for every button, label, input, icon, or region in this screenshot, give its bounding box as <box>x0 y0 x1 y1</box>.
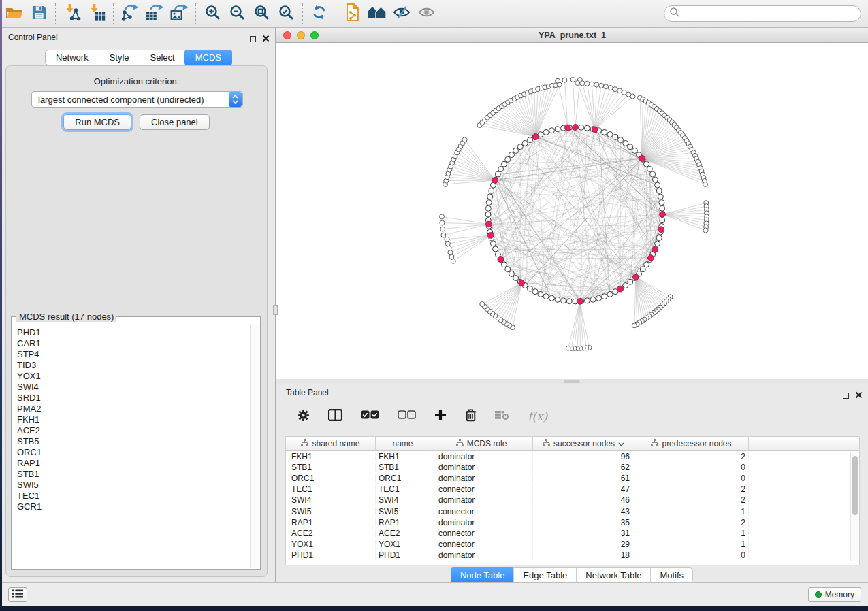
network-node[interactable] <box>522 140 528 146</box>
task-history-button[interactable] <box>8 587 27 602</box>
mcds-hub-node[interactable] <box>487 233 494 239</box>
network-node[interactable] <box>555 127 560 132</box>
table-row[interactable]: PHD1PHD1dominator180 <box>286 550 859 561</box>
float-panel-icon[interactable] <box>250 36 256 42</box>
table-scrollbar[interactable] <box>850 452 858 561</box>
mcds-result-item[interactable]: STB5 <box>17 436 249 447</box>
leaf-node[interactable] <box>617 88 622 93</box>
network-node[interactable] <box>632 148 637 153</box>
network-node[interactable] <box>505 267 511 272</box>
network-node[interactable] <box>628 279 633 284</box>
leaf-node[interactable] <box>594 82 599 87</box>
network-node[interactable] <box>486 200 492 205</box>
network-node[interactable] <box>584 298 590 303</box>
network-node[interactable] <box>489 188 494 193</box>
hide-selected-button[interactable] <box>389 2 414 25</box>
show-columns-icon[interactable] <box>328 409 342 424</box>
unselect-all-columns-icon[interactable] <box>398 410 416 423</box>
network-node[interactable] <box>517 144 523 150</box>
network-node[interactable] <box>498 166 504 171</box>
network-node[interactable] <box>555 297 560 302</box>
network-node[interactable] <box>602 294 607 299</box>
mcds-result-item[interactable]: SWI5 <box>17 480 249 491</box>
leaf-node[interactable] <box>562 78 567 82</box>
network-node[interactable] <box>513 148 519 153</box>
column-header-shared-name[interactable]: shared name <box>286 437 376 450</box>
table-row[interactable]: YOX1YOX1connector291 <box>286 539 859 550</box>
mcds-hub-node[interactable] <box>652 247 658 253</box>
network-node[interactable] <box>658 194 663 199</box>
network-node[interactable] <box>513 276 519 281</box>
network-node[interactable] <box>549 295 554 301</box>
mcds-hub-node[interactable] <box>647 255 654 261</box>
network-node[interactable] <box>501 262 507 267</box>
leaf-node[interactable] <box>570 78 575 82</box>
mcds-result-item[interactable]: FKH1 <box>17 414 249 425</box>
table-row[interactable]: SWI4SWI4dominator462 <box>286 495 859 506</box>
network-node[interactable] <box>628 144 633 150</box>
first-neighbors-button[interactable] <box>365 2 389 25</box>
leaf-node[interactable] <box>440 214 445 219</box>
divider-grip[interactable] <box>564 380 580 383</box>
network-node[interactable] <box>505 156 511 162</box>
column-header-mcds-role[interactable]: MCDS role <box>430 437 533 450</box>
panel-resize-grip[interactable] <box>273 305 278 315</box>
network-node[interactable] <box>538 291 543 297</box>
tab-network-table[interactable]: Network Table <box>576 568 650 582</box>
mcds-hub-node[interactable] <box>639 155 645 161</box>
network-node[interactable] <box>644 161 649 167</box>
network-node[interactable] <box>623 140 628 146</box>
network-node[interactable] <box>584 125 590 131</box>
network-node[interactable] <box>549 128 554 133</box>
leaf-node[interactable] <box>703 182 707 186</box>
leaf-node[interactable] <box>580 81 585 86</box>
network-node[interactable] <box>501 161 507 167</box>
mcds-list-scrollbar[interactable] <box>250 325 259 568</box>
mcds-hub-node[interactable] <box>492 178 498 184</box>
float-table-panel-icon[interactable] <box>843 393 849 399</box>
node-table[interactable]: shared namenameMCDS rolesuccessor nodesp… <box>285 436 860 565</box>
leaf-node[interactable] <box>462 137 467 142</box>
network-node[interactable] <box>487 194 493 199</box>
mcds-result-item[interactable]: STB1 <box>17 469 249 480</box>
leaf-node[interactable] <box>599 83 604 88</box>
mcds-hub-node[interactable] <box>573 125 579 131</box>
mcds-hub-node[interactable] <box>617 286 624 292</box>
network-node[interactable] <box>602 129 607 135</box>
table-row[interactable]: ACE2ACE2connector311 <box>286 528 859 539</box>
panel-divider[interactable] <box>276 379 868 384</box>
mcds-result-item[interactable]: SWI4 <box>17 382 249 393</box>
mcds-hub-node[interactable] <box>633 274 639 280</box>
leaf-node[interactable] <box>613 87 617 92</box>
mcds-result-item[interactable]: TEC1 <box>17 491 249 501</box>
memory-button[interactable]: Memory <box>808 587 861 602</box>
zoom-out-button[interactable] <box>225 2 249 25</box>
leaf-node[interactable] <box>566 346 570 350</box>
leaf-node[interactable] <box>608 86 613 90</box>
network-view-canvas[interactable] <box>276 43 868 379</box>
search-input[interactable] <box>680 9 850 18</box>
network-node[interactable] <box>640 267 645 272</box>
mcds-result-item[interactable]: ORC1 <box>17 447 249 458</box>
tab-motifs[interactable]: Motifs <box>650 568 692 582</box>
mcds-hub-node[interactable] <box>485 221 492 227</box>
network-node[interactable] <box>579 125 584 130</box>
column-header-name[interactable]: name <box>376 437 430 450</box>
tab-network[interactable]: Network <box>46 50 99 65</box>
mcds-hub-node[interactable] <box>577 298 583 304</box>
zoom-fit-button[interactable] <box>249 2 274 25</box>
export-network-button[interactable] <box>118 2 142 25</box>
mcds-hub-node[interactable] <box>658 227 664 233</box>
mcds-hub-node[interactable] <box>532 134 539 140</box>
column-header-predecessor-nodes[interactable]: predecessor nodes <box>634 437 749 450</box>
network-node[interactable] <box>561 298 566 303</box>
network-node[interactable] <box>623 283 628 288</box>
network-node[interactable] <box>527 286 532 291</box>
run-mcds-button[interactable]: Run MCDS <box>63 114 131 130</box>
mcds-result-item[interactable]: SRD1 <box>17 393 249 403</box>
leaf-node[interactable] <box>630 94 635 99</box>
leaf-node[interactable] <box>480 301 485 306</box>
import-network-button[interactable] <box>60 2 84 25</box>
save-session-button[interactable] <box>27 2 51 25</box>
criterion-select[interactable]: largest connected component (undirected) <box>31 91 243 108</box>
